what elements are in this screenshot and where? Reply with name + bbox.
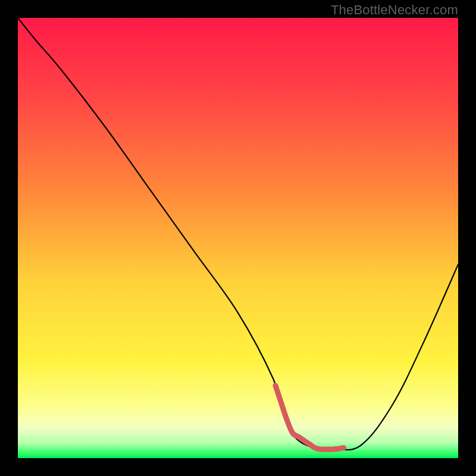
- watermark-text: TheBottleNecker.com: [331, 2, 458, 18]
- curve-layer: [18, 18, 458, 458]
- optimal-range-segment: [275, 386, 344, 449]
- plot-area: [18, 18, 458, 458]
- bottleneck-curve: [18, 18, 458, 451]
- chart-frame: TheBottleNecker.com: [0, 0, 476, 476]
